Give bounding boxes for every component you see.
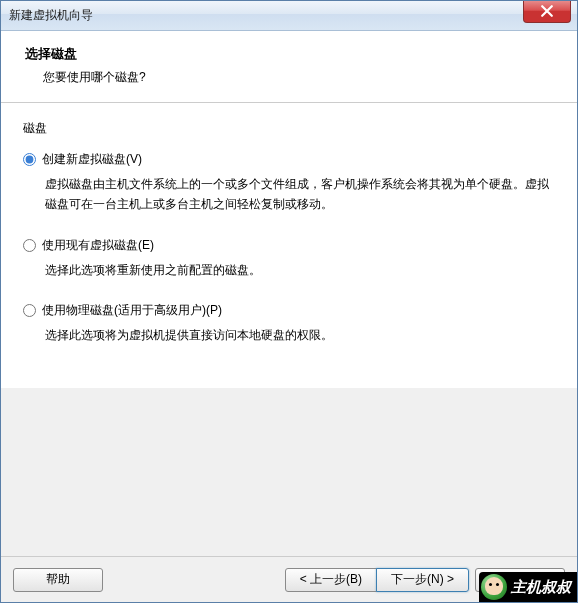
close-icon [541,5,553,17]
close-button[interactable] [523,1,571,23]
option-use-physical-disk[interactable]: 使用物理磁盘(适用于高级用户)(P) [23,302,555,319]
next-button[interactable]: 下一步(N) > [376,568,469,592]
page-title: 选择磁盘 [25,45,553,63]
watermark: 主机叔叔 [479,572,577,602]
header-panel: 选择磁盘 您要使用哪个磁盘? [1,31,577,103]
option-label: 使用物理磁盘(适用于高级用户)(P) [42,302,222,319]
section-label: 磁盘 [23,120,555,137]
option-desc: 虚拟磁盘由主机文件系统上的一个或多个文件组成，客户机操作系统会将其视为单个硬盘。… [45,174,555,215]
avatar [481,574,507,600]
option-desc: 选择此选项将为虚拟机提供直接访问本地硬盘的权限。 [45,325,555,345]
option-use-existing-disk[interactable]: 使用现有虚拟磁盘(E) [23,237,555,254]
option-create-new-disk[interactable]: 创建新虚拟磁盘(V) [23,151,555,168]
option-label: 使用现有虚拟磁盘(E) [42,237,154,254]
window-title: 新建虚拟机向导 [9,7,93,24]
content-area: 磁盘 创建新虚拟磁盘(V) 虚拟磁盘由主机文件系统上的一个或多个文件组成，客户机… [1,103,577,560]
watermark-text: 主机叔叔 [511,578,571,597]
radio-use-physical[interactable] [23,304,36,317]
radio-use-existing[interactable] [23,239,36,252]
radio-create-new[interactable] [23,153,36,166]
titlebar[interactable]: 新建虚拟机向导 [1,1,577,31]
back-button[interactable]: < 上一步(B) [285,568,377,592]
wizard-window: 新建虚拟机向导 选择磁盘 您要使用哪个磁盘? 磁盘 创建新虚拟磁盘(V) 虚拟磁… [0,0,578,603]
page-subtitle: 您要使用哪个磁盘? [25,69,553,86]
option-desc: 选择此选项将重新使用之前配置的磁盘。 [45,260,555,280]
option-label: 创建新虚拟磁盘(V) [42,151,142,168]
help-button[interactable]: 帮助 [13,568,103,592]
